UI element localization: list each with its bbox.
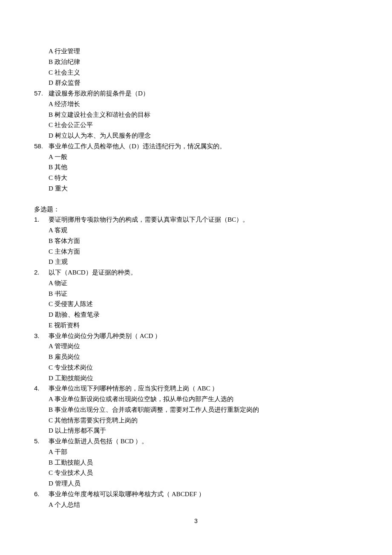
multi-question-5: 5. 事业单位新进人员包括（ BCD ）。 A 干部 B 工勤技能人员 C 专业…: [34, 436, 358, 489]
option-d: D 树立以人为本、为人民服务的理念: [49, 130, 358, 141]
option-a: A 个人总结: [49, 500, 358, 510]
option-b: B 客体方面: [49, 236, 358, 246]
option-a: A 行业管理: [49, 46, 358, 57]
option-d: D 勘验、检查笔录: [49, 309, 358, 320]
question-text: 事业单位新进人员包括（ BCD ）。: [49, 438, 148, 445]
question-text: 事业单位岗位分为哪几种类别（ ACD ）: [49, 332, 161, 339]
question-text: 事业单位工作人员检举他人（D）违法违纪行为，情况属实的。: [49, 143, 226, 150]
option-b: B 书证: [49, 289, 358, 299]
option-c: C 专业技术人员: [49, 468, 358, 478]
multi-question-1: 1. 要证明挪用专项款物行为的构成，需要认真审查以下几个证据（BC）。 A 客观…: [34, 214, 358, 267]
question-text: 事业单位年度考核可以采取哪种考核方式（ ABCDEF ）: [49, 491, 205, 497]
option-c: C 专业技术岗位: [49, 362, 358, 373]
option-a: A 一般: [49, 152, 358, 162]
option-b: B 其他: [49, 162, 358, 173]
question-number: 4.: [34, 383, 49, 436]
option-a: A 事业单位新设岗位或者出现岗位空缺，拟从单位内部产生人选的: [49, 394, 358, 405]
question-text: 建设服务形政府的前提条件是（D）: [49, 90, 149, 97]
question-text: 以下（ABCD）是证据的种类。: [49, 269, 137, 276]
option-a: A 客观: [49, 225, 358, 236]
multi-question-6: 6. 事业单位年度考核可以采取哪种考核方式（ ABCDEF ） A 个人总结: [34, 489, 358, 510]
option-b: B 雇员岗位: [49, 352, 358, 362]
prev-question-options: A 行业管理 B 政治纪律 C 社会主义 D 群众监督: [34, 46, 358, 88]
option-a: A 干部: [49, 447, 358, 457]
option-a: A 物证: [49, 278, 358, 289]
multi-question-2: 2. 以下（ABCD）是证据的种类。 A 物证 B 书证 C 受侵害人陈述 D …: [34, 267, 358, 331]
question-number: 1.: [34, 214, 49, 267]
question-number: 5.: [34, 436, 49, 489]
question-text: 事业单位出现下列哪种情形的，应当实行竞聘上岗（ ABC ）: [49, 385, 218, 392]
option-c: C 特大: [49, 173, 358, 183]
option-c: C 其他情形需要实行竞聘上岗的: [49, 415, 358, 426]
option-c: C 社会主义: [49, 67, 358, 78]
option-d: D 以上情形都不属于: [49, 425, 358, 436]
question-58: 58. 事业单位工作人员检举他人（D）违法违纪行为，情况属实的。 A 一般 B …: [34, 141, 358, 194]
option-d: D 工勤技能岗位: [49, 373, 358, 384]
question-number: 57.: [34, 88, 49, 141]
option-d: D 群众监督: [49, 78, 358, 88]
multi-question-3: 3. 事业单位岗位分为哪几种类别（ ACD ） A 管理岗位 B 雇员岗位 C …: [34, 331, 358, 384]
option-a: A 管理岗位: [49, 341, 358, 352]
multi-question-4: 4. 事业单位出现下列哪种情形的，应当实行竞聘上岗（ ABC ） A 事业单位新…: [34, 383, 358, 436]
question-text: 要证明挪用专项款物行为的构成，需要认真审查以下几个证据（BC）。: [49, 216, 249, 223]
question-number: 2.: [34, 267, 49, 331]
question-57: 57. 建设服务形政府的前提条件是（D） A 经济增长 B 树立建设社会主义和谐…: [34, 88, 358, 141]
question-number: 3.: [34, 331, 49, 384]
question-number: 6.: [34, 489, 49, 510]
document-page: A 行业管理 B 政治纪律 C 社会主义 D 群众监督 57. 建设服务形政府的…: [0, 0, 392, 555]
option-d: D 重大: [49, 183, 358, 194]
option-b: B 政治纪律: [49, 57, 358, 67]
question-number: 58.: [34, 141, 49, 194]
option-b: B 工勤技能人员: [49, 457, 358, 468]
option-d: D 管理人员: [49, 478, 358, 489]
option-c: C 受侵害人陈述: [49, 299, 358, 309]
section-header-multiple-choice: 多选题：: [34, 204, 358, 215]
page-number: 3: [0, 516, 392, 526]
option-d: D 主观: [49, 257, 358, 267]
option-c: C 主体方面: [49, 246, 358, 257]
option-a: A 经济增长: [49, 99, 358, 110]
option-e: E 视听资料: [49, 320, 358, 331]
option-b: B 事业单位出现分立、合并或者职能调整，需要对工作人员进行重新定岗的: [49, 405, 358, 415]
option-c: C 社会公正公平: [49, 120, 358, 130]
option-b: B 树立建设社会主义和谐社会的目标: [49, 110, 358, 120]
